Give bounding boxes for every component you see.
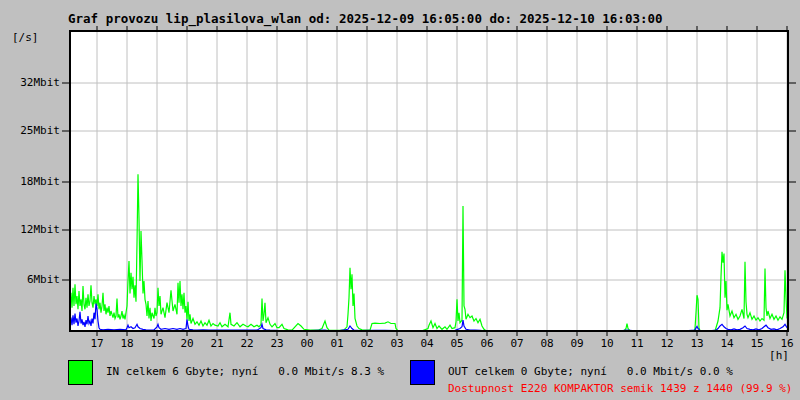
x-tick-label: 09 — [562, 337, 592, 350]
legend-out-label: OUT celkem 0 Gbyte; nyní 0.0 Mbit/s 0.0 … — [448, 365, 733, 379]
legend-in-swatch — [68, 360, 93, 385]
x-tick-label: 05 — [442, 337, 472, 350]
x-tick-label: 22 — [232, 337, 262, 350]
x-tick-label: 01 — [322, 337, 352, 350]
mrtg-traffic-graph: Graf provozu lip_plasilova_wlan od: 2025… — [0, 0, 800, 400]
traffic-chart — [62, 26, 796, 336]
x-tick-label: 17 — [82, 337, 112, 350]
y-tick-label: 6Mbit — [0, 273, 60, 287]
x-tick-label: 00 — [292, 337, 322, 350]
x-tick-label: 02 — [352, 337, 382, 350]
x-tick-label: 03 — [382, 337, 412, 350]
x-tick-label: 19 — [142, 337, 172, 350]
x-tick-label: 11 — [622, 337, 652, 350]
x-tick-label: 18 — [112, 337, 142, 350]
graph-title: Graf provozu lip_plasilova_wlan od: 2025… — [68, 11, 663, 26]
y-tick-label: 32Mbit — [0, 76, 60, 90]
x-axis-unit-label: [h] — [764, 349, 794, 362]
y-tick-label: 12Mbit — [0, 223, 60, 237]
y-axis-unit-label: [/s] — [12, 31, 39, 44]
legend-in-label: IN celkem 6 Gbyte; nyní 0.0 Mbit/s 8.3 % — [106, 365, 384, 379]
y-tick-label: 25Mbit — [0, 124, 60, 138]
availability-text: Dostupnost E220 KOMPAKTOR semik 1439 z 1… — [448, 382, 792, 396]
x-tick-label: 06 — [472, 337, 502, 350]
x-tick-label: 14 — [712, 337, 742, 350]
x-tick-label: 12 — [652, 337, 682, 350]
x-tick-label: 10 — [592, 337, 622, 350]
x-tick-label: 23 — [262, 337, 292, 350]
x-tick-label: 08 — [532, 337, 562, 350]
x-tick-label: 07 — [502, 337, 532, 350]
x-tick-label: 20 — [172, 337, 202, 350]
x-tick-label: 13 — [682, 337, 712, 350]
x-tick-label: 21 — [202, 337, 232, 350]
traffic-chart-svg — [62, 26, 796, 336]
x-tick-label: 04 — [412, 337, 442, 350]
y-tick-label: 18Mbit — [0, 175, 60, 189]
legend-out-swatch — [410, 360, 435, 385]
